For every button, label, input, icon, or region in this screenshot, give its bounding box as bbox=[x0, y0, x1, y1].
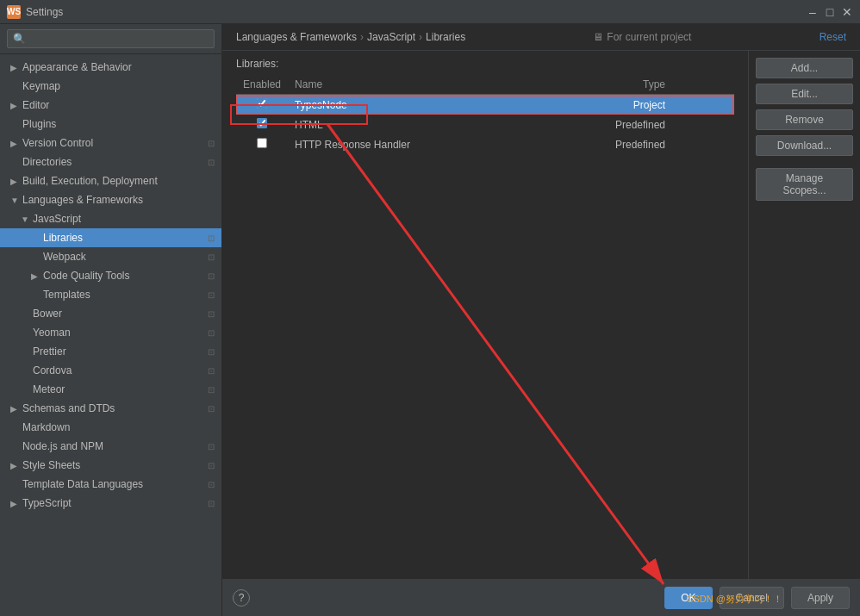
table-area: Libraries: Enabled Name Type TypesNodePr… bbox=[222, 51, 860, 579]
sidebar-label-code-quality: Code Quality Tools bbox=[43, 270, 130, 282]
sidebar-item-version-control[interactable]: ▶Version Control⊡ bbox=[0, 134, 221, 152]
stylesheets-ext-icon: ⊡ bbox=[208, 461, 215, 470]
type-cell: Predefined bbox=[514, 134, 734, 154]
cancel-button[interactable]: Cancel bbox=[720, 587, 784, 609]
reset-button[interactable]: Reset bbox=[819, 31, 846, 43]
templates-ext-icon: ⊡ bbox=[208, 290, 215, 300]
sidebar-item-build[interactable]: ▶Build, Execution, Deployment bbox=[0, 171, 221, 190]
directories-ext-icon: ⊡ bbox=[208, 158, 215, 167]
sidebar-label-schemas-dtds: Schemas and DTDs bbox=[22, 402, 115, 414]
sidebar-label-templates: Templates bbox=[43, 289, 90, 301]
enabled-cell bbox=[236, 95, 288, 115]
enabled-checkbox[interactable] bbox=[257, 98, 267, 109]
apply-button[interactable]: Apply bbox=[791, 587, 850, 609]
search-input[interactable] bbox=[7, 29, 215, 48]
ok-button[interactable]: OK bbox=[664, 587, 712, 609]
sidebar-label-webpack: Webpack bbox=[43, 251, 86, 263]
col-enabled: Enabled bbox=[236, 75, 288, 95]
yeoman-ext-icon: ⊡ bbox=[208, 328, 215, 338]
sidebar-item-typescript[interactable]: ▶TypeScript⊡ bbox=[0, 494, 221, 513]
sidebar-label-plugins: Plugins bbox=[22, 118, 56, 130]
sidebar-label-libraries: Libraries bbox=[43, 232, 83, 244]
minimize-button[interactable]: – bbox=[807, 6, 819, 18]
remove-button[interactable]: Remove bbox=[756, 109, 853, 130]
add-button[interactable]: Add... bbox=[756, 58, 853, 78]
close-button[interactable]: ✕ bbox=[841, 6, 853, 18]
meteor-ext-icon: ⊡ bbox=[208, 385, 215, 395]
col-name: Name bbox=[288, 75, 514, 95]
table-row[interactable]: TypesNodeProject bbox=[236, 95, 734, 115]
name-cell: HTML bbox=[288, 115, 514, 134]
sidebar-item-libraries[interactable]: Libraries⊡ bbox=[0, 228, 221, 247]
libraries-ext-icon: ⊡ bbox=[208, 233, 215, 243]
download-button[interactable]: Download... bbox=[756, 135, 853, 156]
sidebar-item-webpack[interactable]: Webpack⊡ bbox=[0, 247, 221, 266]
stylesheets-arrow-icon: ▶ bbox=[10, 461, 19, 470]
sidebar-item-javascript[interactable]: ▼JavaScript bbox=[0, 209, 221, 228]
breadcrumb-sep2: › bbox=[419, 31, 422, 43]
window-title: Settings bbox=[26, 6, 63, 18]
breadcrumb-part3: Libraries bbox=[426, 31, 465, 43]
help-button[interactable]: ? bbox=[233, 589, 250, 607]
enabled-checkbox[interactable] bbox=[257, 138, 267, 148]
sidebar-label-meteor: Meteor bbox=[33, 383, 65, 395]
sidebar-tree: ▶Appearance & BehaviorKeymap▶EditorPlugi… bbox=[0, 54, 221, 616]
sidebar-item-cordova[interactable]: Cordova⊡ bbox=[0, 361, 221, 380]
window-controls: – □ ✕ bbox=[807, 6, 853, 18]
sidebar-label-bower: Bower bbox=[33, 308, 62, 320]
sidebar-item-languages[interactable]: ▼Languages & Frameworks bbox=[0, 190, 221, 209]
title-bar: WS Settings – □ ✕ bbox=[0, 0, 860, 24]
sidebar-item-nodejs-npm[interactable]: Node.js and NPM⊡ bbox=[0, 437, 221, 456]
breadcrumb-sep1: › bbox=[360, 31, 364, 43]
app-icon: WS bbox=[7, 5, 21, 19]
breadcrumb: Languages & Frameworks › JavaScript › Li… bbox=[236, 31, 465, 43]
sidebar-item-bower[interactable]: Bower⊡ bbox=[0, 304, 221, 323]
sidebar-item-meteor[interactable]: Meteor⊡ bbox=[0, 380, 221, 399]
languages-arrow-icon: ▼ bbox=[10, 196, 19, 205]
sidebar-label-template-data: Template Data Languages bbox=[22, 478, 143, 490]
sidebar-item-stylesheets[interactable]: ▶Style Sheets⊡ bbox=[0, 456, 221, 475]
sidebar-label-javascript: JavaScript bbox=[33, 213, 81, 225]
for-current-project-label: 🖥 For current project bbox=[593, 31, 691, 43]
edit-button[interactable]: Edit... bbox=[756, 84, 853, 104]
sidebar-item-yeoman[interactable]: Yeoman⊡ bbox=[0, 323, 221, 342]
sidebar-item-keymap[interactable]: Keymap bbox=[0, 77, 221, 96]
sidebar-item-editor[interactable]: ▶Editor bbox=[0, 96, 221, 115]
sidebar-label-yeoman: Yeoman bbox=[33, 327, 71, 339]
enabled-cell bbox=[236, 134, 288, 154]
sidebar-label-typescript: TypeScript bbox=[22, 497, 72, 509]
sidebar-label-version-control: Version Control bbox=[22, 137, 93, 149]
col-type: Type bbox=[514, 75, 734, 95]
breadcrumb-part2: JavaScript bbox=[367, 31, 415, 43]
content-header: Languages & Frameworks › JavaScript › Li… bbox=[222, 24, 860, 51]
maximize-button[interactable]: □ bbox=[824, 6, 836, 18]
sidebar-item-markdown[interactable]: Markdown bbox=[0, 418, 221, 437]
sidebar-item-templates[interactable]: Templates⊡ bbox=[0, 285, 221, 304]
type-cell: Project bbox=[514, 95, 734, 115]
template-data-ext-icon: ⊡ bbox=[208, 480, 215, 489]
table-section: Libraries: Enabled Name Type TypesNodePr… bbox=[222, 51, 748, 579]
sidebar-item-template-data[interactable]: Template Data Languages⊡ bbox=[0, 475, 221, 494]
table-row[interactable]: HTTP Response HandlerPredefined bbox=[236, 134, 734, 154]
enabled-checkbox[interactable] bbox=[257, 118, 267, 128]
table-row[interactable]: HTMLPredefined bbox=[236, 115, 734, 134]
sidebar-label-languages: Languages & Frameworks bbox=[22, 194, 143, 206]
sidebar-label-build: Build, Execution, Deployment bbox=[22, 175, 158, 187]
schemas-dtds-arrow-icon: ▶ bbox=[10, 404, 19, 414]
project-icon: 🖥 bbox=[593, 31, 603, 43]
sidebar-label-editor: Editor bbox=[22, 99, 49, 111]
sidebar-item-appearance[interactable]: ▶Appearance & Behavior bbox=[0, 58, 221, 77]
javascript-arrow-icon: ▼ bbox=[21, 215, 29, 224]
enabled-cell bbox=[236, 115, 288, 134]
sidebar-label-stylesheets: Style Sheets bbox=[22, 459, 80, 471]
sidebar-item-code-quality[interactable]: ▶Code Quality Tools⊡ bbox=[0, 266, 221, 285]
appearance-arrow-icon: ▶ bbox=[10, 63, 19, 72]
manage-scopes-button[interactable]: Manage Scopes... bbox=[756, 168, 853, 201]
sidebar-item-schemas-dtds[interactable]: ▶Schemas and DTDs⊡ bbox=[0, 399, 221, 418]
sidebar-item-directories[interactable]: Directories⊡ bbox=[0, 152, 221, 171]
sidebar-item-plugins[interactable]: Plugins bbox=[0, 115, 221, 134]
sidebar: ▶Appearance & BehaviorKeymap▶EditorPlugi… bbox=[0, 24, 222, 616]
sidebar-label-keymap: Keymap bbox=[22, 80, 60, 92]
sidebar-item-prettier[interactable]: Prettier⊡ bbox=[0, 342, 221, 361]
code-quality-ext-icon: ⊡ bbox=[208, 271, 215, 281]
